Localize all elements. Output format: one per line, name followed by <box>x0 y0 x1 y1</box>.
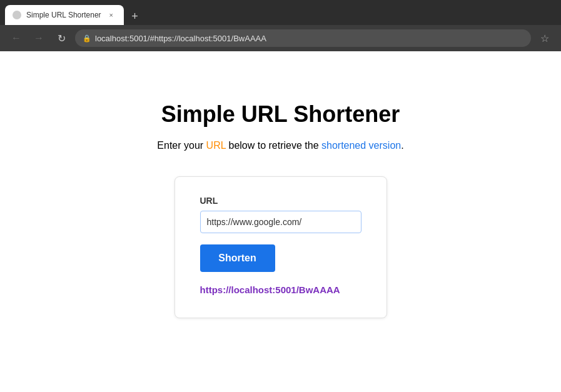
page-title: Simple URL Shortener <box>161 101 400 128</box>
tab-bar: Simple URL Shortener × + <box>5 0 144 25</box>
subtitle-shortened-word: shortened version <box>321 140 401 151</box>
url-label: URL <box>200 196 361 206</box>
tab-close-button[interactable]: × <box>106 10 116 20</box>
page-subtitle: Enter your URL below to retrieve the sho… <box>157 140 403 151</box>
refresh-button[interactable]: ↻ <box>53 29 70 47</box>
shortened-url-link[interactable]: https://localhost:5001/BwAAAA <box>200 284 340 295</box>
browser-toolbar: ← → ↻ 🔒 localhost:5001/#https://localhos… <box>0 25 561 51</box>
url-input[interactable] <box>200 211 361 233</box>
tab-title: Simple URL Shortener <box>26 11 101 19</box>
subtitle-part3: . <box>401 140 403 151</box>
url-shortener-card: URL Shorten https://localhost:5001/BwAAA… <box>174 176 387 318</box>
back-button[interactable]: ← <box>8 29 25 47</box>
subtitle-part1: Enter your <box>157 140 206 151</box>
lock-icon: 🔒 <box>83 34 91 43</box>
subtitle-part2: below to retrieve the <box>226 140 321 151</box>
shorten-button[interactable]: Shorten <box>200 244 275 272</box>
address-text: localhost:5001/#https://localhost:5001/B… <box>95 34 523 43</box>
page-content: Simple URL Shortener Enter your URL belo… <box>0 51 561 392</box>
new-tab-button[interactable]: + <box>126 8 144 25</box>
address-bar[interactable]: 🔒 localhost:5001/#https://localhost:5001… <box>75 29 531 47</box>
browser-chrome: Simple URL Shortener × + <box>0 0 561 25</box>
forward-button[interactable]: → <box>30 29 48 47</box>
subtitle-url-word: URL <box>206 140 226 151</box>
tab-favicon <box>13 11 21 19</box>
bookmark-button[interactable]: ☆ <box>536 29 553 47</box>
active-tab[interactable]: Simple URL Shortener × <box>5 5 124 25</box>
